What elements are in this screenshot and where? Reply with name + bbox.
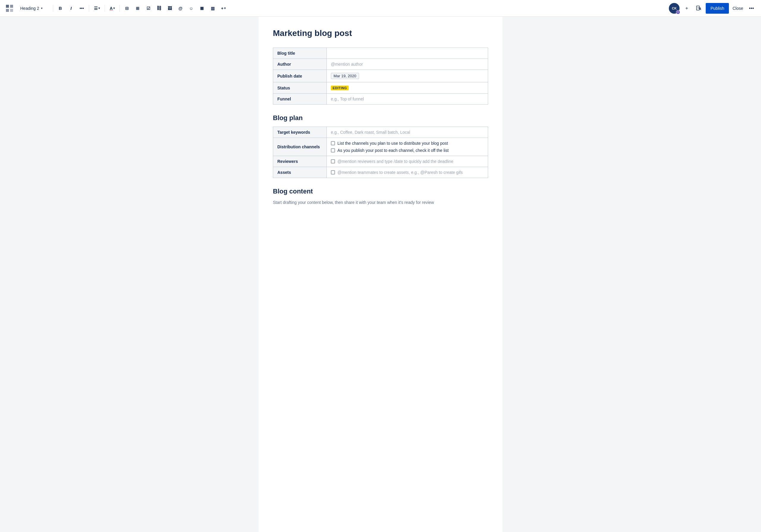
checkbox-label-1: List the channels you plan to use to dis… [337,141,448,146]
emoji-button[interactable]: ☺ [186,4,196,13]
checkbox-label-4: @mention teammates to create assets, e.g… [337,170,463,175]
toolbar-divider-2 [89,5,89,12]
toolbar-right: CK C + Publish Close [669,3,756,14]
table-row: Blog title [273,48,488,59]
table-row: Publish date Mar 19, 2020 [273,70,488,82]
table-row: Funnel e.g., Top of funnel [273,93,488,105]
checkbox-item: @mention reviewers and type /date to qui… [331,159,484,164]
table-row: Author @mention author [273,59,488,70]
bold-icon: B [59,6,62,11]
plus-icon: + [221,6,223,11]
close-label: Close [732,6,743,11]
ellipsis-icon: ••• [80,6,84,11]
table-label-author: Author [273,59,327,70]
table-value-funnel[interactable]: e.g., Top of funnel [327,93,488,105]
checkbox-1[interactable] [331,141,335,145]
table-label-status: Status [273,82,327,93]
chevron-down-icon: ▾ [41,7,42,10]
toolbar-divider-1 [53,5,53,12]
status-badge[interactable]: EDITING [331,86,349,90]
table-value-author[interactable]: @mention author [327,59,488,70]
table-button[interactable]: ▦ [197,4,206,13]
svg-rect-0 [696,6,699,10]
blog-plan-table: Target keywords e.g., Coffee, Dark roast… [273,127,488,178]
insert-button[interactable]: + ▾ [218,4,228,13]
add-collaborator-button[interactable]: + [682,4,691,13]
table-row: Target keywords e.g., Coffee, Dark roast… [273,127,488,138]
table-value-blog-title[interactable] [327,48,488,59]
checkbox-3[interactable] [331,159,335,163]
italic-icon: I [71,6,72,11]
mention-button[interactable]: @ [176,4,185,13]
avatar[interactable]: CK C [669,3,679,14]
align-icon: ☰ [94,6,98,11]
table-value-publish-date[interactable]: Mar 19, 2020 [327,70,488,82]
checkbox-item: As you publish your post to each channel… [331,148,484,153]
table-row: Distribution channels List the channels … [273,138,488,156]
template-button[interactable] [694,4,703,13]
table-row: Status EDITING [273,82,488,93]
heading-selector[interactable]: Heading 2 ▾ [18,5,50,12]
italic-button[interactable]: I [66,4,76,13]
more-text-button[interactable]: ••• [77,4,87,13]
table-label-reviewers: Reviewers [273,156,327,167]
table-label-funnel: Funnel [273,93,327,105]
info-table: Blog title Author @mention author Publis… [273,47,488,105]
task-list-icon: ☑ [146,6,150,11]
table-label-assets: Assets [273,167,327,178]
heading-selector-label: Heading 2 [20,6,39,11]
logo-icon[interactable] [5,4,14,13]
layout-button[interactable]: ▥ [208,4,217,13]
mention-icon: @ [178,6,183,11]
avatar-badge: C [676,10,680,14]
table-value-reviewers: @mention reviewers and type /date to qui… [327,156,488,167]
table-label-distribution-channels: Distribution channels [273,138,327,156]
align-chevron-icon: ▾ [98,7,100,10]
table-label-target-keywords: Target keywords [273,127,327,138]
table-value-status[interactable]: EDITING [327,82,488,93]
publish-button[interactable]: Publish [706,3,729,14]
bold-button[interactable]: B [56,4,65,13]
bullet-list-icon: ⊟ [125,6,129,11]
avatar-initials: CK [672,7,676,10]
color-chevron-icon: ▾ [113,7,115,10]
image-button[interactable]: 🖼 [165,4,174,13]
image-icon: 🖼 [168,6,172,11]
table-row: Assets @mention teammates to create asse… [273,167,488,178]
checkbox-4[interactable] [331,170,335,174]
checkbox-label-2: As you publish your post to each channel… [337,148,448,153]
align-button[interactable]: ☰ ▾ [91,4,102,13]
publish-label: Publish [711,6,724,11]
link-icon: ⛓ [157,6,161,11]
ordered-list-button[interactable]: ⊞ [133,4,143,13]
table-label-blog-title: Blog title [273,48,327,59]
checkbox-item: @mention teammates to create assets, e.g… [331,170,484,175]
overflow-button[interactable]: ••• [747,4,756,13]
date-pill[interactable]: Mar 19, 2020 [331,73,359,79]
link-button[interactable]: ⛓ [154,4,164,13]
checkbox-2[interactable] [331,148,335,152]
emoji-icon: ☺ [189,6,193,11]
color-icon: A [110,6,113,11]
table-value-target-keywords[interactable]: e.g., Coffee, Dark roast, Small batch, L… [327,127,488,138]
blog-content-description: Start drafting your content below, then … [273,200,488,205]
table-value-assets: @mention teammates to create assets, e.g… [327,167,488,178]
table-label-publish-date: Publish date [273,70,327,82]
page-content: Marketing blog post Blog title Author @m… [259,17,502,532]
insert-chevron-icon: ▾ [224,7,226,10]
color-button[interactable]: A ▾ [107,4,117,13]
table-icon: ▦ [200,6,204,10]
page-title: Marketing blog post [273,29,488,38]
blog-content-heading: Blog content [273,188,488,195]
bullet-list-button[interactable]: ⊟ [122,4,132,13]
overflow-icon: ••• [749,6,754,11]
ordered-list-icon: ⊞ [136,6,140,11]
blog-plan-heading: Blog plan [273,114,488,122]
checkbox-label-3: @mention reviewers and type /date to qui… [337,159,453,164]
toolbar-divider-3 [105,5,105,12]
task-list-button[interactable]: ☑ [144,4,153,13]
table-row: Reviewers @mention reviewers and type /d… [273,156,488,167]
close-button[interactable]: Close [731,4,744,13]
svg-rect-2 [697,8,699,9]
svg-rect-1 [697,7,699,8]
